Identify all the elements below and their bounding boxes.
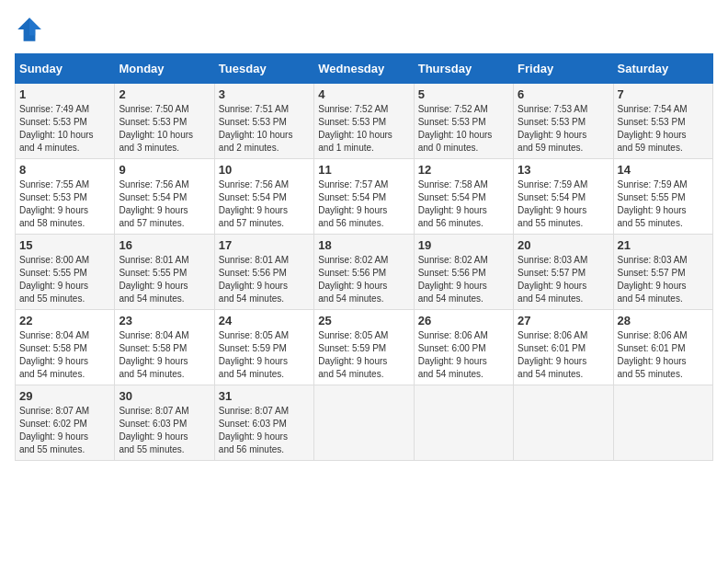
calendar-week-row: 15Sunrise: 8:00 AM Sunset: 5:55 PM Dayli… bbox=[16, 235, 713, 310]
day-number: 11 bbox=[318, 163, 409, 177]
calendar-day-cell: 8Sunrise: 7:55 AM Sunset: 5:53 PM Daylig… bbox=[16, 159, 115, 235]
day-info: Sunrise: 8:06 AM Sunset: 6:01 PM Dayligh… bbox=[518, 329, 609, 381]
weekday-header: Wednesday bbox=[314, 54, 414, 84]
calendar-week-row: 1Sunrise: 7:49 AM Sunset: 5:53 PM Daylig… bbox=[16, 84, 713, 159]
day-number: 9 bbox=[119, 163, 210, 177]
day-info: Sunrise: 7:58 AM Sunset: 5:54 PM Dayligh… bbox=[418, 178, 509, 230]
calendar-day-cell: 20Sunrise: 8:03 AM Sunset: 5:57 PM Dayli… bbox=[514, 235, 613, 310]
day-number: 8 bbox=[19, 163, 110, 177]
calendar-day-cell: 14Sunrise: 7:59 AM Sunset: 5:55 PM Dayli… bbox=[613, 159, 712, 235]
day-number: 18 bbox=[318, 238, 409, 252]
calendar-day-cell bbox=[613, 385, 712, 461]
day-info: Sunrise: 7:57 AM Sunset: 5:54 PM Dayligh… bbox=[318, 178, 409, 230]
calendar-day-cell: 16Sunrise: 8:01 AM Sunset: 5:55 PM Dayli… bbox=[115, 235, 214, 310]
day-number: 7 bbox=[618, 87, 709, 101]
calendar-day-cell: 28Sunrise: 8:06 AM Sunset: 6:01 PM Dayli… bbox=[613, 310, 712, 385]
calendar-day-cell: 24Sunrise: 8:05 AM Sunset: 5:59 PM Dayli… bbox=[214, 310, 313, 385]
calendar-day-cell: 4Sunrise: 7:52 AM Sunset: 5:53 PM Daylig… bbox=[314, 84, 414, 159]
calendar-day-cell: 19Sunrise: 8:02 AM Sunset: 5:56 PM Dayli… bbox=[414, 235, 513, 310]
day-info: Sunrise: 7:54 AM Sunset: 5:53 PM Dayligh… bbox=[618, 103, 709, 155]
day-info: Sunrise: 8:04 AM Sunset: 5:58 PM Dayligh… bbox=[119, 329, 210, 381]
day-info: Sunrise: 8:03 AM Sunset: 5:57 PM Dayligh… bbox=[518, 254, 609, 305]
day-info: Sunrise: 8:05 AM Sunset: 5:59 PM Dayligh… bbox=[219, 329, 310, 381]
calendar-day-cell bbox=[314, 385, 414, 461]
day-info: Sunrise: 8:07 AM Sunset: 6:03 PM Dayligh… bbox=[119, 405, 210, 456]
day-number: 26 bbox=[418, 314, 509, 327]
day-number: 12 bbox=[418, 163, 509, 177]
logo bbox=[15, 15, 48, 44]
day-info: Sunrise: 7:52 AM Sunset: 5:53 PM Dayligh… bbox=[318, 103, 409, 155]
day-info: Sunrise: 8:01 AM Sunset: 5:56 PM Dayligh… bbox=[219, 254, 310, 305]
day-number: 5 bbox=[418, 87, 509, 101]
calendar-week-row: 22Sunrise: 8:04 AM Sunset: 5:58 PM Dayli… bbox=[16, 310, 713, 385]
calendar-day-cell: 13Sunrise: 7:59 AM Sunset: 5:54 PM Dayli… bbox=[514, 159, 613, 235]
day-number: 14 bbox=[618, 163, 709, 177]
day-number: 17 bbox=[219, 238, 310, 252]
day-number: 27 bbox=[518, 314, 609, 327]
calendar-week-row: 29Sunrise: 8:07 AM Sunset: 6:02 PM Dayli… bbox=[16, 385, 713, 461]
day-number: 15 bbox=[19, 238, 110, 252]
day-info: Sunrise: 8:02 AM Sunset: 5:56 PM Dayligh… bbox=[318, 254, 409, 305]
logo-icon bbox=[15, 15, 44, 44]
calendar-header: SundayMondayTuesdayWednesdayThursdayFrid… bbox=[16, 54, 713, 84]
day-number: 23 bbox=[119, 314, 210, 327]
day-info: Sunrise: 7:56 AM Sunset: 5:54 PM Dayligh… bbox=[119, 178, 210, 230]
day-number: 22 bbox=[19, 314, 110, 327]
day-info: Sunrise: 7:59 AM Sunset: 5:54 PM Dayligh… bbox=[518, 178, 609, 230]
header bbox=[15, 15, 713, 44]
weekday-header: Saturday bbox=[613, 54, 712, 84]
calendar-day-cell: 5Sunrise: 7:52 AM Sunset: 5:53 PM Daylig… bbox=[414, 84, 513, 159]
weekday-header: Tuesday bbox=[214, 54, 313, 84]
calendar-day-cell: 23Sunrise: 8:04 AM Sunset: 5:58 PM Dayli… bbox=[115, 310, 214, 385]
calendar-day-cell: 21Sunrise: 8:03 AM Sunset: 5:57 PM Dayli… bbox=[613, 235, 712, 310]
calendar-day-cell: 30Sunrise: 8:07 AM Sunset: 6:03 PM Dayli… bbox=[115, 385, 214, 461]
day-info: Sunrise: 8:04 AM Sunset: 5:58 PM Dayligh… bbox=[19, 329, 110, 381]
day-info: Sunrise: 8:03 AM Sunset: 5:57 PM Dayligh… bbox=[618, 254, 709, 305]
calendar-table: SundayMondayTuesdayWednesdayThursdayFrid… bbox=[15, 53, 713, 461]
calendar-body: 1Sunrise: 7:49 AM Sunset: 5:53 PM Daylig… bbox=[16, 84, 713, 461]
day-info: Sunrise: 8:06 AM Sunset: 6:01 PM Dayligh… bbox=[618, 329, 709, 381]
weekday-header: Friday bbox=[514, 54, 613, 84]
calendar-day-cell: 25Sunrise: 8:05 AM Sunset: 5:59 PM Dayli… bbox=[314, 310, 414, 385]
calendar-day-cell: 3Sunrise: 7:51 AM Sunset: 5:53 PM Daylig… bbox=[214, 84, 313, 159]
weekday-header: Sunday bbox=[16, 54, 115, 84]
day-number: 19 bbox=[418, 238, 509, 252]
calendar-week-row: 8Sunrise: 7:55 AM Sunset: 5:53 PM Daylig… bbox=[16, 159, 713, 235]
calendar-day-cell: 1Sunrise: 7:49 AM Sunset: 5:53 PM Daylig… bbox=[16, 84, 115, 159]
day-number: 24 bbox=[219, 314, 310, 327]
day-number: 2 bbox=[119, 87, 210, 101]
day-number: 25 bbox=[318, 314, 409, 327]
svg-marker-1 bbox=[29, 17, 41, 35]
day-number: 3 bbox=[219, 87, 310, 101]
weekday-header: Monday bbox=[115, 54, 214, 84]
calendar-day-cell: 17Sunrise: 8:01 AM Sunset: 5:56 PM Dayli… bbox=[214, 235, 313, 310]
calendar-day-cell: 2Sunrise: 7:50 AM Sunset: 5:53 PM Daylig… bbox=[115, 84, 214, 159]
calendar-day-cell bbox=[414, 385, 513, 461]
day-info: Sunrise: 7:59 AM Sunset: 5:55 PM Dayligh… bbox=[618, 178, 709, 230]
day-info: Sunrise: 8:02 AM Sunset: 5:56 PM Dayligh… bbox=[418, 254, 509, 305]
day-info: Sunrise: 8:05 AM Sunset: 5:59 PM Dayligh… bbox=[318, 329, 409, 381]
day-number: 4 bbox=[318, 87, 409, 101]
calendar-day-cell: 31Sunrise: 8:07 AM Sunset: 6:03 PM Dayli… bbox=[214, 385, 313, 461]
day-info: Sunrise: 7:49 AM Sunset: 5:53 PM Dayligh… bbox=[19, 103, 110, 155]
day-number: 29 bbox=[19, 389, 110, 403]
calendar-day-cell: 9Sunrise: 7:56 AM Sunset: 5:54 PM Daylig… bbox=[115, 159, 214, 235]
day-number: 30 bbox=[119, 389, 210, 403]
day-number: 16 bbox=[119, 238, 210, 252]
day-info: Sunrise: 7:52 AM Sunset: 5:53 PM Dayligh… bbox=[418, 103, 509, 155]
day-number: 1 bbox=[19, 87, 110, 101]
day-number: 28 bbox=[618, 314, 709, 327]
calendar-day-cell: 22Sunrise: 8:04 AM Sunset: 5:58 PM Dayli… bbox=[16, 310, 115, 385]
calendar-day-cell bbox=[514, 385, 613, 461]
day-info: Sunrise: 8:00 AM Sunset: 5:55 PM Dayligh… bbox=[19, 254, 110, 305]
day-number: 10 bbox=[219, 163, 310, 177]
calendar-day-cell: 29Sunrise: 8:07 AM Sunset: 6:02 PM Dayli… bbox=[16, 385, 115, 461]
day-info: Sunrise: 8:06 AM Sunset: 6:00 PM Dayligh… bbox=[418, 329, 509, 381]
day-info: Sunrise: 7:50 AM Sunset: 5:53 PM Dayligh… bbox=[119, 103, 210, 155]
calendar-day-cell: 18Sunrise: 8:02 AM Sunset: 5:56 PM Dayli… bbox=[314, 235, 414, 310]
day-number: 20 bbox=[518, 238, 609, 252]
day-number: 21 bbox=[618, 238, 709, 252]
day-number: 13 bbox=[518, 163, 609, 177]
calendar-day-cell: 26Sunrise: 8:06 AM Sunset: 6:00 PM Dayli… bbox=[414, 310, 513, 385]
calendar-day-cell: 7Sunrise: 7:54 AM Sunset: 5:53 PM Daylig… bbox=[613, 84, 712, 159]
